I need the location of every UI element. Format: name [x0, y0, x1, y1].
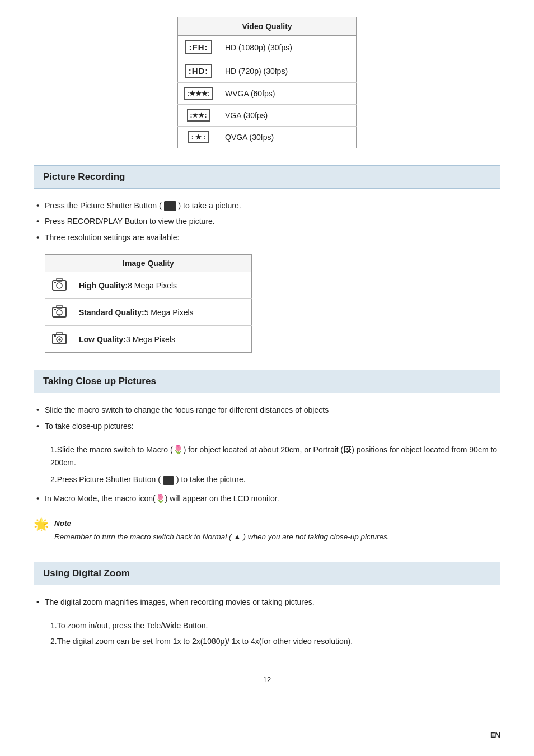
1star-desc: QVGA (30fps) [219, 127, 357, 148]
lq-icon-cell [45, 326, 73, 353]
close-up-section: Taking Close up Pictures Slide the macro… [34, 370, 500, 545]
lq-label: Low Quality: [79, 335, 126, 344]
video-quality-table: Video Quality :FH: HD (1080p) (30fps) :H… [177, 17, 357, 148]
fh-desc: HD (1080p) (30fps) [219, 36, 357, 59]
zoom-step1: 1.To zoom in/out, press the Tele/Wide Bu… [50, 619, 500, 632]
note-title: Note [54, 517, 390, 530]
close-up-bullet3-list: In Macro Mode, the macro icon(🌷) will ap… [34, 491, 500, 506]
close-up-title: Taking Close up Pictures [34, 370, 500, 393]
3star-desc: WVGA (60fps) [219, 83, 357, 105]
svg-point-2 [57, 283, 62, 288]
note-box: 🌟 Note Remember to turn the macro switch… [34, 515, 500, 545]
1star-icon-cell: : ★ : [178, 127, 219, 148]
bullet-macro-switch: Slide the macro switch to change the foc… [34, 402, 500, 418]
svg-rect-3 [54, 282, 56, 283]
svg-rect-10 [57, 332, 62, 335]
close-up-bullets: Slide the macro switch to change the foc… [34, 402, 500, 434]
camera-icon-step2 [163, 476, 174, 485]
digital-zoom-title: Using Digital Zoom [34, 562, 500, 585]
note-text: Remember to turn the macro switch back t… [54, 531, 390, 543]
sq-label: Standard Quality: [79, 308, 144, 317]
svg-rect-5 [57, 305, 62, 308]
hq-icon-cell [45, 272, 73, 299]
hd-icon-cell: :HD: [178, 59, 219, 83]
bullet-magnifies: The digital zoom magnifies images, when … [34, 594, 500, 610]
hq-label: High Quality: [79, 281, 128, 290]
standard-quality-camera-icon [51, 303, 67, 319]
2star-icon: :★★: [187, 109, 210, 122]
hd-desc: HD (720p) (30fps) [219, 59, 357, 83]
sq-text: Standard Quality:5 Mega Pixels [73, 299, 252, 326]
sq-icon-cell [45, 299, 73, 326]
sq-pixels: 5 Mega Pixels [144, 308, 194, 317]
close-up-step1: 1.Slide the macro switch to Macro (🌷) fo… [50, 443, 500, 469]
svg-rect-1 [57, 278, 62, 281]
bullet-shutter: Press the Picture Shutter Button () to t… [34, 198, 500, 213]
digital-zoom-section: Using Digital Zoom The digital zoom magn… [34, 562, 500, 647]
portrait-icon: 🖼 [343, 445, 352, 454]
2star-icon-cell: :★★: [178, 105, 219, 127]
camera-icon-inline [164, 201, 176, 211]
hq-text: High Quality:8 Mega Pixels [73, 272, 252, 299]
en-label: EN [490, 731, 500, 739]
picture-recording-title: Picture Recording [34, 165, 500, 189]
3star-icon-cell: :★★★: [178, 83, 219, 105]
3star-icon: :★★★: [184, 87, 213, 100]
2star-desc: VGA (30fps) [219, 105, 357, 127]
low-quality-camera-icon [51, 330, 67, 346]
page-number: 12 [34, 675, 500, 684]
bullet-take-close-up: To take close-up pictures: [34, 418, 500, 434]
fh-icon: :FH: [185, 40, 212, 54]
macro-flower-icon: 🌷 [173, 445, 184, 454]
picture-recording-section: Picture Recording Press the Picture Shut… [34, 165, 500, 353]
image-quality-title: Image Quality [45, 255, 252, 272]
bullet-resolution: Three resolution settings are available: [34, 230, 500, 245]
hq-pixels: 8 Mega Pixels [128, 281, 177, 290]
note-content: Note Remember to turn the macro switch b… [54, 517, 390, 543]
bullet-record-play: Press RECORD/PLAY Button to view the pic… [34, 213, 500, 229]
note-icon: 🌟 [34, 517, 49, 532]
picture-recording-bullets: Press the Picture Shutter Button () to t… [34, 198, 500, 245]
image-quality-table: Image Quality High Quality:8 Mega Pixels [45, 254, 252, 353]
video-quality-title: Video Quality [178, 17, 357, 36]
zoom-step2: 2.The digital zoom can be set from 1x to… [50, 635, 500, 647]
close-up-step2: 2.Press Picture Shutter Button () to tak… [50, 473, 500, 486]
1star-icon: : ★ : [188, 131, 209, 143]
bullet-macro-mode: In Macro Mode, the macro icon(🌷) will ap… [34, 491, 500, 506]
high-quality-camera-icon [51, 276, 67, 292]
lq-text: Low Quality:3 Mega Pixels [73, 326, 252, 353]
lq-pixels: 3 Mega Pixels [126, 335, 175, 344]
svg-rect-12 [54, 335, 56, 337]
macro-flower-icon2: 🌷 [156, 494, 165, 503]
digital-zoom-bullets: The digital zoom magnifies images, when … [34, 594, 500, 610]
fh-icon-cell: :FH: [178, 36, 219, 59]
hd-icon: :HD: [185, 64, 213, 78]
svg-rect-7 [54, 309, 56, 310]
